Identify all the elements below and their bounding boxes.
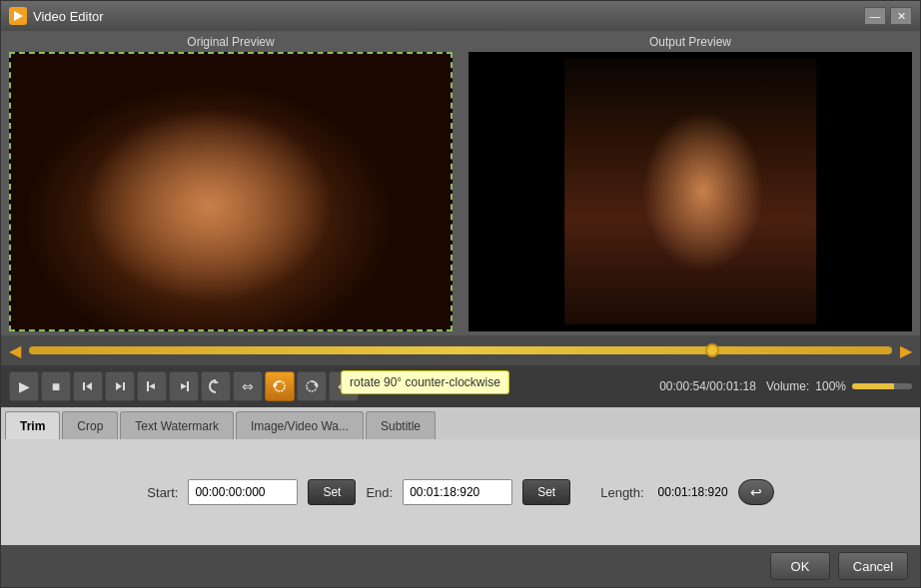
original-preview-panel: Original Preview xyxy=(9,35,453,331)
rotate-left-button[interactable] xyxy=(201,371,231,401)
title-controls: — ✕ xyxy=(864,7,912,25)
minimize-button[interactable]: — xyxy=(864,7,886,25)
play-button[interactable]: ▶ xyxy=(9,371,39,401)
timeline-thumb[interactable] xyxy=(705,343,719,357)
tab-trim[interactable]: Trim xyxy=(5,411,60,439)
rotate-ccw-button[interactable] xyxy=(265,371,295,401)
svg-rect-6 xyxy=(147,381,149,391)
svg-rect-8 xyxy=(187,381,189,391)
timeline-area: ◀ ▶ xyxy=(1,335,920,365)
start-label: Start: xyxy=(147,485,178,500)
video-editor-window: Video Editor — ✕ Original Preview Output… xyxy=(0,0,921,588)
output-video-content xyxy=(468,52,912,331)
stop-button[interactable]: ■ xyxy=(41,371,71,401)
close-button[interactable]: ✕ xyxy=(890,7,912,25)
window-title: Video Editor xyxy=(33,9,864,24)
tabs-row: Trim Crop Text Watermark Image/Video Wa.… xyxy=(1,407,920,439)
ok-button[interactable]: OK xyxy=(770,552,830,580)
volume-slider[interactable] xyxy=(852,383,912,389)
volume-label: Volume: xyxy=(766,379,809,393)
playback-time: 00:00:54/00:01:18 xyxy=(659,379,756,393)
reset-button[interactable]: ↩ xyxy=(738,479,774,505)
volume-value: 100% xyxy=(815,379,846,393)
rotate-cw-button[interactable] xyxy=(297,371,327,401)
mark-in-button[interactable] xyxy=(137,371,167,401)
start-set-button[interactable]: Set xyxy=(308,479,356,505)
tab-text-watermark[interactable]: Text Watermark xyxy=(120,411,234,439)
output-preview-video xyxy=(468,52,912,331)
toolbar: ▶ ■ ⇔ xyxy=(1,365,920,407)
app-icon xyxy=(9,7,27,25)
length-value: 00:01:18:920 xyxy=(658,485,728,499)
tab-image-watermark[interactable]: Image/Video Wa... xyxy=(236,411,364,439)
swap-button[interactable]: ⇔ xyxy=(233,371,263,401)
preview-divider xyxy=(457,35,464,331)
output-preview-panel: Output Preview xyxy=(468,35,912,331)
timeline-end-arrow: ▶ xyxy=(900,341,912,360)
svg-marker-4 xyxy=(116,382,122,390)
end-input[interactable] xyxy=(403,479,512,505)
prev-frame-button[interactable] xyxy=(73,371,103,401)
preview-row: Original Preview Output Preview xyxy=(1,31,920,335)
original-preview-video xyxy=(9,52,453,331)
cancel-button[interactable]: Cancel xyxy=(838,552,908,580)
original-preview-label: Original Preview xyxy=(9,35,453,49)
rotated-video-frame xyxy=(564,59,816,324)
tab-crop[interactable]: Crop xyxy=(62,411,118,439)
output-preview-label: Output Preview xyxy=(468,35,912,49)
bottom-bar: OK Cancel xyxy=(1,545,920,587)
tab-subtitle[interactable]: Subtitle xyxy=(366,411,436,439)
rotate-tooltip: rotate 90° counter-clockwise xyxy=(341,370,509,394)
next-frame-button[interactable] xyxy=(105,371,135,401)
svg-marker-9 xyxy=(181,383,187,389)
mark-out-button[interactable] xyxy=(169,371,199,401)
svg-rect-5 xyxy=(123,382,125,390)
timeline-start-arrow: ◀ xyxy=(9,341,21,360)
start-input[interactable] xyxy=(188,479,298,505)
end-label: End: xyxy=(366,485,393,500)
content-area: Start: Set End: Set Length: 00:01:18:920… xyxy=(1,439,920,545)
title-bar: Video Editor — ✕ xyxy=(1,1,920,31)
svg-rect-3 xyxy=(83,382,85,390)
svg-marker-2 xyxy=(86,382,92,390)
end-set-button[interactable]: Set xyxy=(522,479,570,505)
timeline-track[interactable] xyxy=(29,346,892,354)
original-video-content xyxy=(11,54,451,329)
length-label: Length: xyxy=(600,485,643,500)
trim-controls: Start: Set End: Set Length: 00:01:18:920… xyxy=(147,479,773,505)
svg-marker-7 xyxy=(149,383,155,389)
